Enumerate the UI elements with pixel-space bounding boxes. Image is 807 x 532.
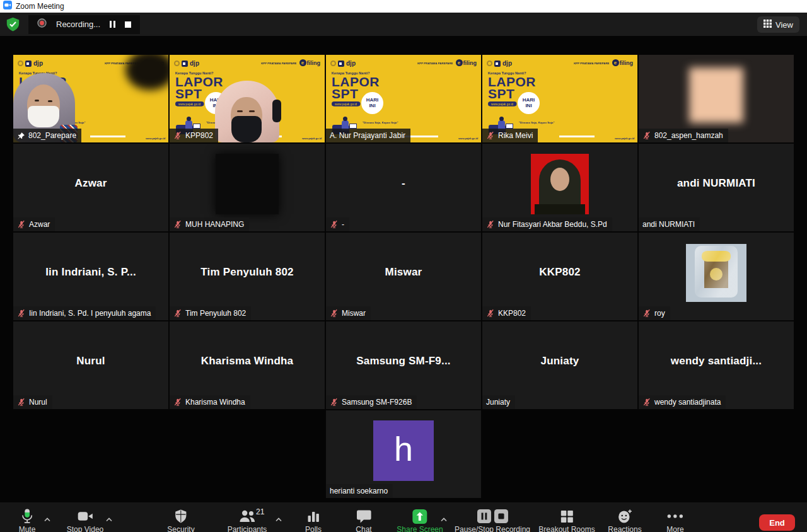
toolbar-mute-button[interactable]: Mute (19, 508, 36, 532)
djp-logo-icon (494, 61, 501, 67)
djp-logo-text: djp (33, 60, 43, 67)
toolbar-share-screen-button[interactable]: Share Screen (397, 508, 443, 532)
toolbar-chat-button[interactable]: Chat (356, 508, 371, 532)
participant-tile[interactable]: Kharisma WindhaKharisma Windha (170, 321, 325, 409)
participant-tile[interactable]: -- (326, 144, 481, 231)
muted-mic-icon (486, 309, 495, 318)
participant-tile[interactable]: JuniatyJuniaty (482, 321, 637, 409)
speech-bubble-icon (356, 508, 371, 524)
participant-tile[interactable]: MUH HANAPING (170, 144, 325, 231)
muted-mic-icon (173, 131, 182, 140)
muted-mic-icon (173, 398, 182, 407)
muted-mic-icon (642, 398, 651, 407)
muted-mic-icon (330, 398, 339, 407)
toolbar-mute-label: Mute (19, 525, 36, 532)
efiling-e-icon: e (612, 59, 619, 66)
participants-chevron-up-icon[interactable] (276, 513, 282, 524)
toolbar-pause-stop-recording-button[interactable]: Pause/Stop Recording (455, 508, 530, 532)
participant-tile[interactable]: Tim Penyuluh 802Tim Penyuluh 802 (170, 233, 325, 320)
toolbar-breakout-rooms-label: Breakout Rooms (538, 525, 595, 532)
slide-footer-url: www.pajak.go.id (458, 137, 478, 141)
muted-mic-icon (17, 398, 26, 407)
dark-video-feed (216, 154, 279, 214)
slide-footer-line (90, 136, 125, 137)
participant-tile[interactable]: Iin Indriani, S. P...Iin Indriani, S. Pd… (13, 233, 168, 320)
participant-display-name: - (326, 144, 481, 223)
participant-tile[interactable]: Samsung SM-F9...Samsung SM-F926B (326, 321, 481, 409)
microphone-icon (20, 508, 35, 524)
muted-mic-icon (173, 309, 182, 318)
participant-tile[interactable]: NurulNurul (13, 321, 168, 409)
participant-tile[interactable]: AzwarAzwar (13, 144, 168, 231)
stop-video-chevron-up-icon[interactable] (106, 513, 113, 524)
participant-tile[interactable]: Nur Fitasyari Akbar Beddu, S.Pd (482, 144, 637, 231)
muted-mic-icon (486, 131, 495, 140)
djp-emblem-icon (18, 61, 23, 66)
participant-tile[interactable]: djp KPP PRATAMA PAREPARE e filing Kenapa… (326, 55, 481, 142)
djp-logo-text: djp (502, 60, 512, 67)
participant-name-text: Juniaty (486, 398, 510, 407)
participant-tile[interactable]: 802_aspen_hamzah (639, 55, 794, 142)
participant-name-label: 802_aspen_hamzah (639, 129, 728, 142)
participant-name-label: Rika Meivi (482, 129, 538, 142)
toolbar-breakout-rooms-button[interactable]: Breakout Rooms (538, 508, 595, 532)
muted-mic-icon (17, 220, 26, 229)
participant-name-text: Samsung SM-F926B (342, 398, 412, 407)
participant-name-text: wendy santiadjinata (654, 398, 721, 407)
participant-tile[interactable]: djp KPP PRATAMA PAREPARE e filing Kenapa… (170, 55, 325, 142)
participant-name-text: Iin Indriani, S. Pd. I penyuluh agama (29, 309, 151, 318)
participant-name-text: Tim Penyuluh 802 (185, 309, 246, 318)
participant-display-name: Juniaty (482, 321, 637, 400)
stop-recording-button[interactable] (125, 21, 131, 28)
shield-icon (174, 508, 187, 524)
participant-tile[interactable]: andi NURMIATIandi NURMIATI (639, 144, 794, 231)
slide-url-pill: www.pajak.go.id (488, 101, 516, 107)
toolbar-security-button[interactable]: Security (167, 508, 194, 532)
view-button[interactable]: View (757, 16, 799, 33)
participant-display-name: Miswar (326, 233, 481, 311)
profile-photo (686, 244, 746, 302)
participant-display-name: KKP802 (482, 233, 637, 311)
slide-badge-circle: HARI INI (361, 92, 383, 114)
participant-name-text: 802_Parepare (28, 131, 76, 140)
share-screen-chevron-up-icon[interactable] (441, 513, 448, 524)
grid-2x2-icon (560, 508, 574, 524)
toolbar-more-button[interactable]: More (666, 508, 683, 532)
participant-tile[interactable]: djp KPP PRATAMA PAREPARE e filing Kenapa… (482, 55, 637, 142)
participant-tile[interactable]: KKP802KKP802 (482, 233, 637, 320)
participant-name-label: roy (639, 306, 670, 320)
participant-tile[interactable]: hherianti soekarno (326, 410, 481, 498)
efiling-label: filing (463, 60, 477, 66)
participant-tile[interactable]: roy (639, 233, 794, 320)
encryption-shield-icon[interactable] (6, 17, 20, 32)
participant-name-label: Nur Fitasyari Akbar Beddu, S.Pd (482, 217, 612, 231)
end-meeting-button[interactable]: End (759, 514, 795, 531)
participant-tile[interactable]: djp KPP PRATAMA PAREPARE e filing Kenapa… (13, 55, 168, 142)
djp-logo-icon (338, 61, 344, 67)
toolbar-reactions-button[interactable]: Reactions (608, 508, 641, 532)
djp-emblem-icon (487, 61, 492, 66)
slide-footer-line (559, 136, 595, 137)
djp-logo-icon (25, 61, 32, 67)
djp-brand: djp (174, 60, 199, 67)
participant-name-text: MUH HANAPING (185, 220, 244, 229)
participant-tile[interactable]: wendy santiadji...wendy santiadjinata (639, 321, 794, 409)
toolbar-stop-video-button[interactable]: Stop Video (67, 508, 104, 532)
mute-chevron-up-icon[interactable] (44, 513, 51, 524)
participant-name-text: Kharisma Windha (185, 398, 245, 407)
participant-name-label: A. Nur Prajayanti Jabir (326, 129, 410, 142)
toolbar-share-screen-label: Share Screen (397, 525, 443, 532)
participant-name-label: Juniaty (482, 395, 515, 409)
participant-name-label: Iin Indriani, S. Pd. I penyuluh agama (13, 306, 156, 320)
pinned-icon (17, 132, 25, 140)
view-button-label: View (775, 20, 793, 30)
participant-tile[interactable]: MiswarMiswar (326, 233, 481, 320)
pause-recording-button[interactable] (110, 21, 115, 28)
toolbar-polls-button[interactable]: Polls (305, 508, 322, 532)
slide-footer-url: www.pajak.go.id (615, 137, 634, 141)
participant-name-text: andi NURMIATI (642, 220, 695, 229)
pause-stop-icon (477, 508, 508, 524)
djp-logo-text: djp (346, 60, 356, 67)
participant-name-label: Miswar (326, 306, 371, 320)
people-icon (238, 508, 255, 524)
